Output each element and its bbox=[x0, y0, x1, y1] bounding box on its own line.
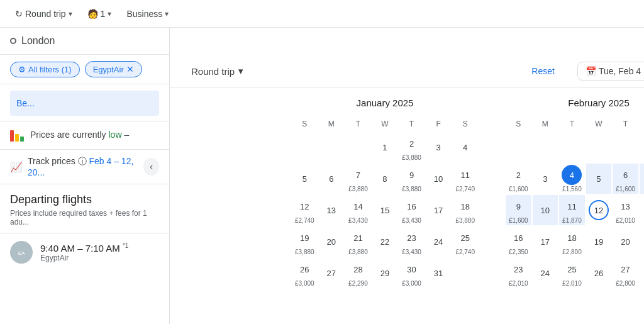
calendar-day-24[interactable]: 24 bbox=[533, 258, 558, 288]
calendar-day-17[interactable]: 17 bbox=[533, 226, 558, 257]
calendar-day-14[interactable]: 14 bbox=[640, 195, 644, 225]
calendar-day-17[interactable]: 17 bbox=[426, 195, 452, 225]
calendar-day-11[interactable]: 11£1,870 bbox=[559, 195, 585, 225]
prices-info: Prices are currently low – bbox=[0, 121, 169, 150]
cabin-label: Business bbox=[126, 9, 162, 19]
calendar-day-23[interactable]: 23£3,430 bbox=[399, 226, 425, 257]
day-header-t3: T bbox=[559, 117, 585, 131]
calendar-day-2[interactable]: 2£1,600 bbox=[506, 164, 531, 194]
cabin-selector[interactable]: Business ▾ bbox=[121, 6, 174, 21]
calendar-day-18[interactable]: 18£3,880 bbox=[452, 195, 478, 225]
calendar-day-28[interactable]: 28 bbox=[640, 258, 644, 288]
reset-button[interactable]: Reset bbox=[526, 64, 560, 79]
calendar-day-25[interactable]: 25£2,010 bbox=[559, 258, 585, 288]
calendar-day-13[interactable]: 13 bbox=[319, 195, 345, 225]
track-label: Track prices ⓘ Feb 4 – 12, 20... bbox=[28, 156, 138, 177]
calendar-day-12[interactable]: 12 bbox=[586, 195, 612, 225]
calendar-day-16[interactable]: 16£3,430 bbox=[399, 195, 425, 225]
departure-date-selector[interactable]: 📅 Tue, Feb 4 bbox=[577, 62, 644, 81]
calendar-day-21[interactable]: 21£3,880 bbox=[345, 226, 371, 257]
calendar-day-4[interactable]: 4£1,560 bbox=[559, 164, 585, 194]
calendar-day-24[interactable]: 24 bbox=[426, 226, 452, 257]
calendar-day-18[interactable]: 18£2,800 bbox=[559, 226, 585, 257]
track-info-icon: ⓘ bbox=[78, 156, 89, 166]
calendar-day-4[interactable]: 4 bbox=[452, 132, 478, 162]
price-bar-area: Be... bbox=[0, 84, 169, 121]
calendar-day-6[interactable]: 6 bbox=[319, 164, 345, 194]
calendar-day-14[interactable]: 14£3,430 bbox=[345, 195, 371, 225]
price-bar-input[interactable]: Be... bbox=[10, 91, 159, 116]
calendar-day-11[interactable]: 11£2,740 bbox=[452, 164, 478, 194]
empty-cell bbox=[319, 132, 345, 162]
empty-cell bbox=[559, 132, 585, 162]
calendar-trip-chevron-icon: ▾ bbox=[238, 65, 243, 77]
calendar-day-27[interactable]: 27 bbox=[319, 258, 345, 288]
calendar-day-10[interactable]: 10 bbox=[426, 164, 452, 194]
egyptair-filter-chip[interactable]: EgyptAir ✕ bbox=[85, 61, 142, 77]
calendar-day-25[interactable]: 25£2,740 bbox=[452, 226, 478, 257]
calendar-day-12[interactable]: 12£2,740 bbox=[292, 195, 318, 225]
calendar-day-30[interactable]: 30£3,000 bbox=[399, 258, 425, 288]
all-filters-button[interactable]: ⚙ All filters (1) bbox=[10, 62, 80, 77]
date-nav: 📅 Tue, Feb 4 ‹ › Wed, Feb 12 ‹ › bbox=[577, 62, 644, 81]
day-header-f2: F bbox=[640, 117, 644, 131]
search-origin: London bbox=[0, 28, 169, 55]
flight-card[interactable]: EA 9:40 AM – 7:10 AM *1 EgyptAir bbox=[0, 233, 169, 271]
calendar-day-5[interactable]: 5 bbox=[586, 164, 612, 194]
calendar-day-3[interactable]: 3 bbox=[533, 164, 558, 194]
top-bar: ↻ Round trip ▾ 🧑 1 ▾ Business ▾ bbox=[0, 0, 644, 28]
bar-yellow bbox=[15, 134, 19, 142]
flight-times: 9:40 AM – 7:10 AM *1 bbox=[40, 242, 159, 254]
calendar-day-15[interactable]: 15 bbox=[372, 195, 398, 225]
calendar-day-29[interactable]: 29 bbox=[372, 258, 398, 288]
calendar-day-5[interactable]: 5 bbox=[292, 164, 318, 194]
trip-type-selector[interactable]: ↻ Round trip ▾ bbox=[10, 6, 77, 21]
track-prices-text: Track prices bbox=[28, 156, 75, 166]
calendar-day-13[interactable]: 13£2,010 bbox=[613, 195, 638, 225]
flight-time-text: 9:40 AM – 7:10 AM bbox=[40, 243, 120, 254]
calendar-day-20[interactable]: 20 bbox=[613, 226, 638, 257]
calendar-day-2[interactable]: 2£3,880 bbox=[399, 132, 425, 162]
calendar-day-21[interactable]: 21 bbox=[640, 226, 644, 257]
empty-cell bbox=[506, 132, 531, 162]
calendar-day-27[interactable]: 27£2,800 bbox=[613, 258, 638, 288]
filter-icon: ⚙ bbox=[18, 65, 26, 74]
february-title: February 2025 bbox=[504, 98, 644, 108]
calendar-day-10[interactable]: 10 bbox=[533, 195, 558, 225]
passengers-selector[interactable]: 🧑 1 ▾ bbox=[82, 6, 117, 21]
day-header-f1: F bbox=[426, 117, 452, 131]
calendar-day-1[interactable]: 1 bbox=[372, 132, 398, 162]
empty-cell bbox=[613, 132, 638, 162]
calendar-day-22[interactable]: 22 bbox=[372, 226, 398, 257]
calendar-day-16[interactable]: 16£2,350 bbox=[506, 226, 531, 257]
calendar-icon: 📅 bbox=[586, 66, 596, 76]
calendar-day-9[interactable]: 9£3,880 bbox=[399, 164, 425, 194]
calendar-day-6[interactable]: 6£1,600 bbox=[613, 164, 638, 194]
all-filters-label: All filters (1) bbox=[28, 65, 72, 74]
track-prices[interactable]: 📈 Track prices ⓘ Feb 4 – 12, 20... ‹ bbox=[0, 150, 169, 184]
calendar-day-19[interactable]: 19 bbox=[586, 226, 612, 257]
calendar-day-19[interactable]: 19£3,880 bbox=[292, 226, 318, 257]
calendar-day-23[interactable]: 23£2,010 bbox=[506, 258, 531, 288]
calendar-day-9[interactable]: 9£1,600 bbox=[506, 195, 531, 225]
calendar-day-26[interactable]: 26 bbox=[586, 258, 612, 288]
january-grid: S M T W T F S 12£3,88034567£3,88089£3,88… bbox=[291, 116, 479, 289]
remove-egyptair-filter-icon[interactable]: ✕ bbox=[126, 64, 134, 74]
calendar-day-20[interactable]: 20 bbox=[319, 226, 345, 257]
calendar-day-28[interactable]: 28£2,290 bbox=[345, 258, 371, 288]
calendar-day-7[interactable]: 7£3,880 bbox=[345, 164, 371, 194]
calendar-day-3[interactable]: 3 bbox=[426, 132, 452, 162]
flight-airline: EgyptAir bbox=[40, 254, 159, 262]
calendar-day-26[interactable]: 26£3,000 bbox=[292, 258, 318, 288]
empty-cell bbox=[292, 132, 318, 162]
calendar-day-8[interactable]: 8 bbox=[372, 164, 398, 194]
collapse-button[interactable]: ‹ bbox=[143, 158, 159, 176]
calendar-day-7[interactable]: 7 bbox=[640, 164, 644, 194]
left-panel: London ⚙ All filters (1) EgyptAir ✕ Be..… bbox=[0, 28, 170, 324]
trip-type-label: Round trip bbox=[25, 9, 66, 19]
calendar-trip-type-button[interactable]: Round trip ▾ bbox=[185, 62, 250, 81]
calendar-day-31[interactable]: 31 bbox=[426, 258, 452, 288]
filters-row: ⚙ All filters (1) EgyptAir ✕ bbox=[0, 55, 169, 84]
main-panel: Round trip ▾ Reset 📅 Tue, Feb 4 ‹ › Wed,… bbox=[170, 55, 644, 324]
calendars-container: January 2025 S M T W T F S 12£3,88034567… bbox=[170, 87, 644, 299]
